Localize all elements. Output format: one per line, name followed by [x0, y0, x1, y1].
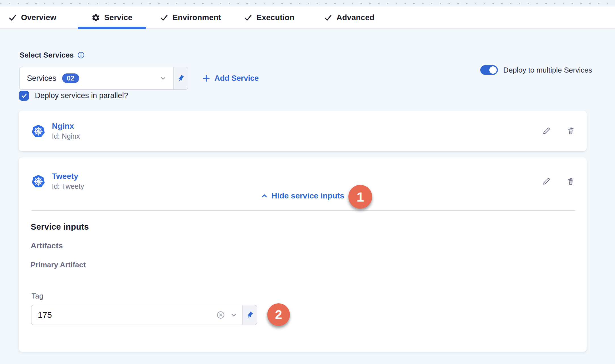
tag-label: Tag — [31, 292, 43, 300]
deploy-multiple-toggle[interactable] — [480, 65, 498, 75]
tab-label: Environment — [172, 13, 221, 22]
service-id: Id: Tweety — [52, 182, 84, 191]
tab-environment[interactable]: Environment — [160, 7, 221, 29]
tab-advanced[interactable]: Advanced — [324, 7, 374, 29]
tag-field-group — [31, 305, 257, 325]
services-select[interactable]: Services 02 — [19, 67, 188, 90]
check-icon — [244, 13, 252, 22]
trash-icon — [566, 126, 575, 136]
service-name-link[interactable]: Tweety — [52, 172, 84, 181]
pin-icon — [175, 73, 186, 84]
pencil-icon — [542, 177, 551, 186]
check-icon — [160, 13, 169, 22]
services-select-text: Services — [27, 74, 56, 83]
chevron-down-icon[interactable] — [153, 75, 173, 82]
annotation-badge-2: 2 — [267, 303, 290, 326]
select-services-label: Select Services — [20, 51, 85, 60]
parallel-row: Deploy services in parallel? — [19, 91, 128, 101]
add-service-button[interactable]: Add Service — [202, 67, 259, 90]
chevron-up-icon — [261, 192, 268, 199]
edit-service-button[interactable] — [542, 126, 551, 136]
info-icon[interactable] — [77, 52, 85, 59]
services-select-value: Services 02 — [20, 73, 153, 83]
service-id: Id: Nginx — [52, 132, 80, 140]
kubernetes-icon — [31, 174, 45, 188]
clear-circle-icon — [216, 311, 225, 319]
service-card-nginx: Nginx Id: Nginx — [19, 111, 587, 151]
tab-label: Advanced — [336, 13, 374, 22]
service-titles: Nginx Id: Nginx — [52, 122, 80, 140]
tab-label: Overview — [21, 13, 56, 22]
kubernetes-icon — [31, 124, 45, 138]
deploy-multiple-row: Deploy to multiple Services — [480, 65, 592, 75]
parallel-checkbox[interactable] — [19, 91, 29, 101]
annotation-badge-1: 1 — [348, 185, 372, 209]
toggle-knob — [489, 66, 497, 74]
card-actions — [542, 126, 575, 136]
service-inputs-title: Service inputs — [31, 222, 89, 232]
pencil-icon — [542, 126, 551, 136]
add-service-label: Add Service — [214, 74, 259, 83]
pin-button[interactable] — [173, 67, 188, 89]
plus-icon — [202, 74, 210, 82]
services-count-badge: 02 — [62, 73, 79, 83]
check-icon — [324, 13, 332, 22]
delete-service-button[interactable] — [566, 177, 575, 186]
select-services-label-text: Select Services — [20, 51, 74, 60]
edit-service-button[interactable] — [542, 177, 551, 186]
parallel-label: Deploy services in parallel? — [35, 91, 128, 100]
chevron-down-icon[interactable] — [230, 311, 242, 319]
tab-execution[interactable]: Execution — [244, 7, 294, 29]
check-icon — [8, 13, 17, 22]
tab-overview[interactable]: Overview — [8, 7, 56, 29]
service-name-link[interactable]: Nginx — [52, 122, 80, 131]
deploy-multiple-label: Deploy to multiple Services — [503, 66, 592, 75]
hide-service-inputs-label: Hide service inputs — [271, 191, 344, 200]
service-titles: Tweety Id: Tweety — [52, 172, 84, 191]
hide-service-inputs-link[interactable]: Hide service inputs — [19, 191, 587, 200]
stage-tabbar: Overview Service Environment Execution A… — [0, 7, 615, 29]
pin-icon — [244, 310, 255, 320]
divider — [31, 210, 575, 211]
top-dotted-strip — [0, 0, 615, 7]
card-actions — [542, 177, 575, 186]
pin-button[interactable] — [242, 305, 257, 325]
check-icon — [21, 92, 28, 99]
tab-label: Execution — [256, 13, 294, 22]
service-card-header: Nginx Id: Nginx — [31, 111, 575, 151]
primary-artifact-heading: Primary Artifact — [31, 261, 86, 269]
tab-label: Service — [104, 13, 132, 22]
tab-service[interactable]: Service — [78, 7, 146, 29]
service-card-tweety: Tweety Id: Tweety Hide service inputs Se… — [19, 157, 587, 352]
trash-icon — [566, 177, 575, 186]
artifacts-heading: Artifacts — [31, 241, 63, 250]
gear-icon — [91, 13, 100, 22]
delete-service-button[interactable] — [566, 126, 575, 136]
service-card-header: Tweety Id: Tweety — [31, 170, 575, 192]
tag-input[interactable] — [31, 310, 216, 320]
clear-tag-button[interactable] — [216, 311, 230, 319]
service-tab-content: Select Services Services 02 Add Service … — [0, 29, 615, 364]
